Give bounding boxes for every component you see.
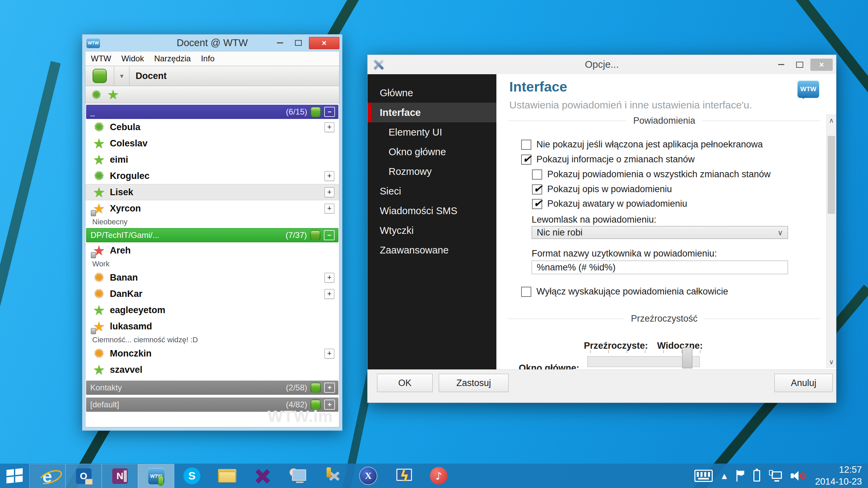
nav-item-sieci[interactable]: Sieci bbox=[368, 181, 496, 201]
star-status-icon[interactable]: ★ bbox=[107, 86, 119, 103]
sun-status-icon[interactable]: ✺ bbox=[92, 86, 101, 103]
contact-row[interactable]: eimi bbox=[85, 151, 339, 168]
taskbar-item-outlook[interactable]: O bbox=[65, 464, 102, 488]
contact-row[interactable]: Krogulec + bbox=[85, 168, 339, 184]
nav-item-wiadomosci-sms[interactable]: Wiadomości SMS bbox=[368, 201, 496, 221]
checkbox-all-state-changes[interactable]: Pokazuj powiadomienia o wszystkich zmian… bbox=[532, 169, 771, 180]
contact-row[interactable]: Areh bbox=[85, 242, 339, 259]
scrollbar-thumb[interactable] bbox=[828, 136, 835, 214]
checkbox-disable-popups[interactable]: Wyłącz wyskakujące powiadomienia całkowi… bbox=[521, 286, 728, 297]
taskbar-item-x-app[interactable]: X bbox=[351, 464, 386, 488]
contact-row[interactable]: DanKar + bbox=[85, 286, 339, 302]
folder-icon bbox=[218, 469, 236, 483]
leftclick-action-select[interactable]: Nic nie robi ∨ bbox=[532, 226, 788, 239]
contact-row[interactable]: eagleeyetom bbox=[85, 302, 339, 318]
buddy-window-titlebar[interactable]: WTW Docent @ WTW × bbox=[85, 35, 339, 51]
expand-contact-button[interactable]: + bbox=[324, 171, 334, 181]
taskbar-item-file-explorer[interactable] bbox=[210, 464, 245, 488]
contact-name: eagleeyetom bbox=[110, 305, 165, 316]
contact-row[interactable]: Xyrcon + bbox=[85, 200, 339, 217]
expand-contact-button[interactable]: + bbox=[324, 187, 334, 197]
status-star-icon bbox=[92, 153, 106, 166]
group-header-kontakty[interactable]: Kontakty (2/58) + bbox=[86, 381, 338, 395]
menu-item-narzedzia[interactable]: Narzędzia bbox=[154, 54, 191, 63]
status-dropdown-arrow[interactable]: ▾ bbox=[114, 66, 130, 86]
checkbox-fullscreen-hide[interactable]: Nie pokazuj jeśli włączona jest aplikacj… bbox=[521, 139, 763, 150]
nav-item-wtyczki[interactable]: Wtyczki bbox=[368, 221, 496, 240]
taskbar-item-admin-tools[interactable] bbox=[315, 464, 351, 488]
cancel-button[interactable]: Anuluj bbox=[774, 374, 833, 392]
checkbox-label: Wyłącz wyskakujące powiadomienia całkowi… bbox=[536, 286, 728, 297]
group-header-underscore[interactable]: _ (6/15) − bbox=[86, 105, 338, 119]
scroll-down-icon[interactable]: ∨ bbox=[827, 358, 836, 366]
start-button[interactable] bbox=[0, 464, 29, 488]
nav-item-glowne[interactable]: Główne bbox=[368, 83, 496, 103]
name-format-input[interactable] bbox=[532, 261, 788, 274]
scrollbar[interactable]: ∧ ∨ bbox=[826, 114, 836, 368]
contact-row[interactable]: Cebula + bbox=[85, 119, 339, 135]
contact-name: Areh bbox=[110, 245, 131, 256]
menu-item-wtw[interactable]: WTW bbox=[91, 54, 111, 63]
apply-button[interactable]: Zastosuj bbox=[439, 374, 509, 392]
expand-group-button[interactable]: + bbox=[324, 383, 335, 393]
group-header-dp-techit[interactable]: DP/TechIT/Gami/... (7/37) − bbox=[86, 228, 338, 242]
minimize-icon[interactable] bbox=[774, 59, 789, 71]
checkbox-show-avatars[interactable]: ✔ Pokazuj awatary w powiadomieniu bbox=[532, 199, 687, 209]
minimize-icon[interactable] bbox=[272, 37, 288, 49]
nav-item-elementy-ui[interactable]: Elementy UI bbox=[368, 122, 496, 142]
contact-row[interactable]: Monczkin + bbox=[85, 345, 339, 362]
expand-contact-button[interactable]: + bbox=[324, 289, 334, 299]
nav-item-zaawansowane[interactable]: Zaawansowane bbox=[368, 240, 496, 260]
nav-item-interface[interactable]: Interface bbox=[368, 103, 496, 122]
action-center-flag-icon[interactable] bbox=[736, 470, 745, 482]
contact-row-selected[interactable]: Lisek + bbox=[85, 184, 339, 200]
menu-item-info[interactable]: Info bbox=[201, 54, 215, 63]
contact-row[interactable]: Banan + bbox=[85, 269, 339, 286]
transparency-slider-thumb[interactable] bbox=[682, 347, 692, 368]
taskbar-item-skype[interactable]: S bbox=[174, 464, 210, 488]
taskbar-item-music-player[interactable]: ♪ bbox=[421, 464, 456, 488]
contact-row[interactable]: lukasamd bbox=[85, 318, 339, 334]
taskbar-item-device-manager[interactable] bbox=[280, 464, 315, 488]
nav-item-rozmowy[interactable]: Rozmowy bbox=[368, 162, 496, 181]
expand-contact-button[interactable]: + bbox=[324, 273, 334, 283]
checkbox-show-description[interactable]: ✔ Pokazuj opis w powiadomieniu bbox=[532, 184, 672, 195]
show-hidden-icons[interactable]: ▲ bbox=[722, 472, 727, 480]
contact-row[interactable]: Coleslav bbox=[85, 135, 339, 151]
expand-contact-button[interactable]: + bbox=[324, 204, 334, 214]
scroll-up-icon[interactable]: ∧ bbox=[827, 116, 836, 124]
collapse-group-button[interactable]: − bbox=[324, 230, 335, 240]
expand-contact-button[interactable]: + bbox=[324, 349, 334, 359]
tray-clock[interactable]: 12:57 2014-10-23 bbox=[815, 464, 862, 488]
taskbar-item-internet-explorer[interactable]: e bbox=[29, 464, 65, 488]
nav-label: Główne bbox=[380, 87, 413, 99]
battery-icon[interactable] bbox=[753, 470, 760, 482]
status-star-icon bbox=[92, 137, 106, 150]
status-button[interactable] bbox=[85, 66, 114, 86]
status-star-icon bbox=[92, 303, 106, 317]
contact-row[interactable]: szavvel bbox=[85, 362, 339, 378]
checkbox-label: Pokazuj informacje o zmianach stanów bbox=[536, 154, 695, 165]
profile-name[interactable]: Docent bbox=[130, 66, 167, 86]
checkbox-show-state-changes[interactable]: ✔ Pokazuj informacje o zmianach stanów bbox=[521, 154, 695, 165]
close-icon[interactable]: × bbox=[309, 37, 339, 49]
volume-muted-icon[interactable] bbox=[791, 470, 806, 482]
contact-name: Lisek bbox=[110, 187, 133, 198]
status-star-icon bbox=[92, 363, 106, 377]
nav-item-okno-glowne[interactable]: Okno główne bbox=[368, 142, 496, 162]
ok-button[interactable]: OK bbox=[377, 374, 433, 392]
menu-item-widok[interactable]: Widok bbox=[121, 54, 144, 63]
taskbar-item-wtw-active[interactable]: WTW bbox=[138, 464, 174, 488]
maximize-icon[interactable] bbox=[291, 37, 306, 49]
expand-contact-button[interactable]: + bbox=[324, 122, 334, 132]
maximize-icon[interactable] bbox=[792, 59, 807, 71]
network-icon[interactable] bbox=[769, 470, 782, 482]
status-toolbar: ▾ Docent bbox=[85, 66, 339, 86]
taskbar-item-visual-studio[interactable] bbox=[245, 464, 280, 488]
collapse-group-button[interactable]: − bbox=[324, 107, 335, 117]
dialog-titlebar[interactable]: Opcje... × bbox=[368, 55, 836, 74]
keyboard-icon[interactable] bbox=[694, 470, 713, 482]
taskbar-item-remote-computer[interactable]: ϟ bbox=[386, 464, 421, 488]
close-icon[interactable]: × bbox=[810, 59, 833, 71]
taskbar-item-onenote[interactable]: N bbox=[102, 464, 138, 488]
